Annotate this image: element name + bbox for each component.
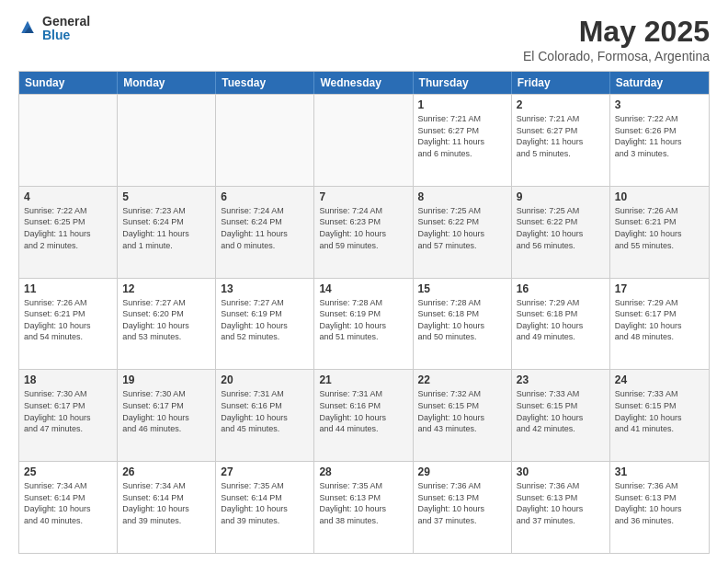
day-number: 7 bbox=[319, 190, 407, 203]
calendar-cell: 13Sunrise: 7:27 AM Sunset: 6:19 PM Dayli… bbox=[216, 279, 314, 370]
header-day-friday: Friday bbox=[512, 72, 610, 94]
day-number: 17 bbox=[615, 282, 704, 295]
calendar-cell: 8Sunrise: 7:25 AM Sunset: 6:22 PM Daylig… bbox=[414, 187, 512, 278]
calendar-body: 1Sunrise: 7:21 AM Sunset: 6:27 PM Daylig… bbox=[19, 94, 709, 553]
calendar-cell: 17Sunrise: 7:29 AM Sunset: 6:17 PM Dayli… bbox=[610, 279, 709, 370]
calendar-cell: 24Sunrise: 7:33 AM Sunset: 6:15 PM Dayli… bbox=[610, 370, 709, 461]
day-number: 4 bbox=[24, 190, 112, 203]
day-info: Sunrise: 7:33 AM Sunset: 6:15 PM Dayligh… bbox=[615, 388, 704, 434]
calendar-cell: 15Sunrise: 7:28 AM Sunset: 6:18 PM Dayli… bbox=[414, 279, 512, 370]
day-info: Sunrise: 7:26 AM Sunset: 6:21 PM Dayligh… bbox=[615, 205, 704, 251]
calendar-row-2: 11Sunrise: 7:26 AM Sunset: 6:21 PM Dayli… bbox=[19, 278, 709, 370]
day-number: 8 bbox=[418, 190, 506, 203]
calendar-cell: 19Sunrise: 7:30 AM Sunset: 6:17 PM Dayli… bbox=[118, 370, 216, 461]
subtitle: El Colorado, Formosa, Argentina bbox=[523, 49, 710, 63]
day-number: 2 bbox=[517, 98, 605, 111]
logo-text: General Blue bbox=[42, 15, 90, 43]
day-info: Sunrise: 7:30 AM Sunset: 6:17 PM Dayligh… bbox=[122, 388, 210, 434]
calendar-cell: 4Sunrise: 7:22 AM Sunset: 6:25 PM Daylig… bbox=[19, 187, 118, 278]
day-number: 25 bbox=[24, 465, 112, 478]
calendar-cell: 5Sunrise: 7:23 AM Sunset: 6:24 PM Daylig… bbox=[118, 187, 216, 278]
calendar-cell: 25Sunrise: 7:34 AM Sunset: 6:14 PM Dayli… bbox=[19, 462, 118, 553]
day-number: 19 bbox=[122, 373, 210, 386]
header-day-thursday: Thursday bbox=[414, 72, 512, 94]
header-day-monday: Monday bbox=[118, 72, 216, 94]
day-number: 12 bbox=[122, 282, 210, 295]
day-number: 11 bbox=[24, 282, 112, 295]
day-info: Sunrise: 7:21 AM Sunset: 6:27 PM Dayligh… bbox=[418, 113, 506, 159]
day-number: 28 bbox=[319, 465, 407, 478]
header: General Blue May 2025 El Colorado, Formo… bbox=[18, 15, 710, 63]
day-info: Sunrise: 7:30 AM Sunset: 6:17 PM Dayligh… bbox=[24, 388, 112, 434]
calendar-cell: 31Sunrise: 7:36 AM Sunset: 6:13 PM Dayli… bbox=[610, 462, 709, 553]
day-info: Sunrise: 7:36 AM Sunset: 6:13 PM Dayligh… bbox=[418, 480, 506, 526]
calendar-cell: 16Sunrise: 7:29 AM Sunset: 6:18 PM Dayli… bbox=[512, 279, 610, 370]
day-info: Sunrise: 7:34 AM Sunset: 6:14 PM Dayligh… bbox=[122, 480, 210, 526]
day-number: 10 bbox=[615, 190, 704, 203]
calendar-cell: 6Sunrise: 7:24 AM Sunset: 6:24 PM Daylig… bbox=[216, 187, 314, 278]
day-number: 22 bbox=[418, 373, 506, 386]
calendar-cell: 28Sunrise: 7:35 AM Sunset: 6:13 PM Dayli… bbox=[314, 462, 413, 553]
day-number: 23 bbox=[517, 373, 605, 386]
calendar-cell: 23Sunrise: 7:33 AM Sunset: 6:15 PM Dayli… bbox=[512, 370, 610, 461]
day-info: Sunrise: 7:22 AM Sunset: 6:26 PM Dayligh… bbox=[615, 113, 704, 159]
calendar-cell bbox=[314, 95, 413, 186]
day-number: 3 bbox=[615, 98, 704, 111]
day-info: Sunrise: 7:26 AM Sunset: 6:21 PM Dayligh… bbox=[24, 297, 112, 343]
day-info: Sunrise: 7:29 AM Sunset: 6:17 PM Dayligh… bbox=[615, 297, 704, 343]
day-info: Sunrise: 7:31 AM Sunset: 6:16 PM Dayligh… bbox=[221, 388, 309, 434]
day-info: Sunrise: 7:28 AM Sunset: 6:19 PM Dayligh… bbox=[319, 297, 407, 343]
logo-icon bbox=[18, 19, 37, 38]
day-info: Sunrise: 7:36 AM Sunset: 6:13 PM Dayligh… bbox=[615, 480, 704, 526]
page: General Blue May 2025 El Colorado, Formo… bbox=[0, 0, 728, 563]
calendar-cell: 12Sunrise: 7:27 AM Sunset: 6:20 PM Dayli… bbox=[118, 279, 216, 370]
day-number: 26 bbox=[122, 465, 210, 478]
day-info: Sunrise: 7:35 AM Sunset: 6:13 PM Dayligh… bbox=[319, 480, 407, 526]
calendar-row-0: 1Sunrise: 7:21 AM Sunset: 6:27 PM Daylig… bbox=[19, 94, 709, 186]
calendar-cell: 1Sunrise: 7:21 AM Sunset: 6:27 PM Daylig… bbox=[414, 95, 512, 186]
day-number: 27 bbox=[221, 465, 309, 478]
header-day-wednesday: Wednesday bbox=[314, 72, 413, 94]
calendar-row-1: 4Sunrise: 7:22 AM Sunset: 6:25 PM Daylig… bbox=[19, 186, 709, 278]
calendar-header-row: SundayMondayTuesdayWednesdayThursdayFrid… bbox=[19, 72, 709, 94]
day-info: Sunrise: 7:24 AM Sunset: 6:24 PM Dayligh… bbox=[221, 205, 309, 251]
header-day-sunday: Sunday bbox=[19, 72, 118, 94]
day-number: 6 bbox=[221, 190, 309, 203]
calendar-cell: 3Sunrise: 7:22 AM Sunset: 6:26 PM Daylig… bbox=[610, 95, 709, 186]
calendar-cell: 29Sunrise: 7:36 AM Sunset: 6:13 PM Dayli… bbox=[414, 462, 512, 553]
calendar-cell bbox=[118, 95, 216, 186]
day-number: 13 bbox=[221, 282, 309, 295]
day-number: 18 bbox=[24, 373, 112, 386]
day-info: Sunrise: 7:32 AM Sunset: 6:15 PM Dayligh… bbox=[418, 388, 506, 434]
day-number: 29 bbox=[418, 465, 506, 478]
main-title: May 2025 bbox=[523, 15, 710, 49]
calendar-cell: 11Sunrise: 7:26 AM Sunset: 6:21 PM Dayli… bbox=[19, 279, 118, 370]
day-number: 20 bbox=[221, 373, 309, 386]
day-info: Sunrise: 7:23 AM Sunset: 6:24 PM Dayligh… bbox=[122, 205, 210, 251]
calendar-cell: 2Sunrise: 7:21 AM Sunset: 6:27 PM Daylig… bbox=[512, 95, 610, 186]
day-info: Sunrise: 7:25 AM Sunset: 6:22 PM Dayligh… bbox=[517, 205, 605, 251]
day-number: 16 bbox=[517, 282, 605, 295]
day-info: Sunrise: 7:27 AM Sunset: 6:19 PM Dayligh… bbox=[221, 297, 309, 343]
calendar-row-4: 25Sunrise: 7:34 AM Sunset: 6:14 PM Dayli… bbox=[19, 461, 709, 553]
day-number: 24 bbox=[615, 373, 704, 386]
calendar-cell: 14Sunrise: 7:28 AM Sunset: 6:19 PM Dayli… bbox=[314, 279, 413, 370]
calendar-cell: 10Sunrise: 7:26 AM Sunset: 6:21 PM Dayli… bbox=[610, 187, 709, 278]
calendar-cell: 27Sunrise: 7:35 AM Sunset: 6:14 PM Dayli… bbox=[216, 462, 314, 553]
day-number: 21 bbox=[319, 373, 407, 386]
day-info: Sunrise: 7:27 AM Sunset: 6:20 PM Dayligh… bbox=[122, 297, 210, 343]
calendar-cell: 22Sunrise: 7:32 AM Sunset: 6:15 PM Dayli… bbox=[414, 370, 512, 461]
day-number: 5 bbox=[122, 190, 210, 203]
day-info: Sunrise: 7:22 AM Sunset: 6:25 PM Dayligh… bbox=[24, 205, 112, 251]
day-info: Sunrise: 7:21 AM Sunset: 6:27 PM Dayligh… bbox=[517, 113, 605, 159]
calendar-row-3: 18Sunrise: 7:30 AM Sunset: 6:17 PM Dayli… bbox=[19, 369, 709, 461]
day-info: Sunrise: 7:24 AM Sunset: 6:23 PM Dayligh… bbox=[319, 205, 407, 251]
day-info: Sunrise: 7:25 AM Sunset: 6:22 PM Dayligh… bbox=[418, 205, 506, 251]
day-number: 30 bbox=[517, 465, 605, 478]
logo-blue-text: Blue bbox=[42, 29, 90, 42]
calendar-cell: 30Sunrise: 7:36 AM Sunset: 6:13 PM Dayli… bbox=[512, 462, 610, 553]
day-info: Sunrise: 7:36 AM Sunset: 6:13 PM Dayligh… bbox=[517, 480, 605, 526]
day-info: Sunrise: 7:33 AM Sunset: 6:15 PM Dayligh… bbox=[517, 388, 605, 434]
header-day-tuesday: Tuesday bbox=[216, 72, 314, 94]
calendar-cell: 18Sunrise: 7:30 AM Sunset: 6:17 PM Dayli… bbox=[19, 370, 118, 461]
